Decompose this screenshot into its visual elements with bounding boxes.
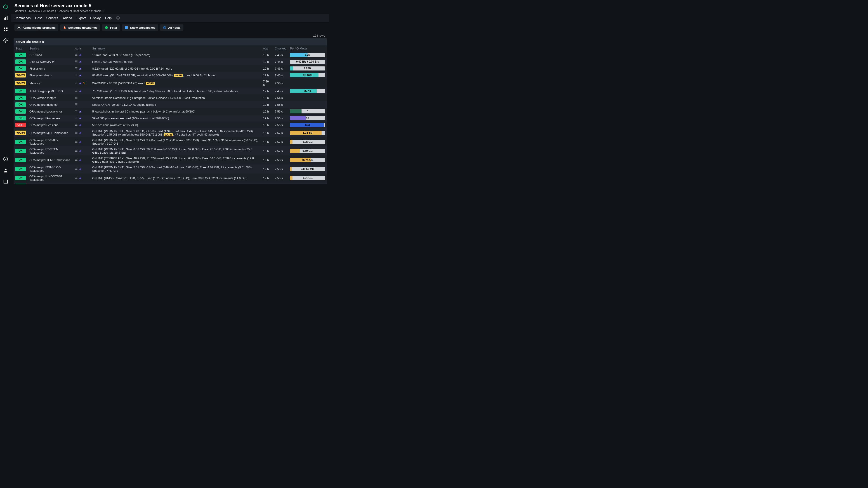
menu-host[interactable]: Host — [35, 16, 42, 20]
table-row[interactable]: OKORA metprd InstanceStatus OPEN, Versio… — [13, 101, 327, 108]
service-name[interactable]: ORA metprd.UNDOTBS1 Tablespace — [28, 173, 73, 183]
collapse-panel-icon[interactable] — [3, 179, 8, 184]
service-name[interactable]: ASM Diskgroup MET_DG — [28, 88, 73, 94]
table-row[interactable]: WARNMemoryWARNING - 85.7% (57536384 kB) … — [13, 78, 327, 88]
table-row[interactable]: WARNORA metprd.MET TablespaceONLINE (PER… — [13, 128, 327, 137]
menu-display[interactable]: Display — [90, 16, 101, 20]
table-row[interactable]: OKORA metprd.SYSAUX TablespaceONLINE (PE… — [13, 137, 327, 147]
service-name[interactable]: ORA metprd.SYSTEM Tablespace — [28, 147, 73, 156]
graph-icon[interactable] — [79, 184, 82, 185]
perf-o-meter[interactable]: 5 — [290, 109, 325, 113]
menu-export[interactable]: Export — [76, 16, 86, 20]
perf-o-meter[interactable]: 59 — [290, 116, 325, 120]
table-row[interactable]: OKORA metprd.SYSTEM TablespaceONLINE (PE… — [13, 147, 327, 156]
host-header[interactable]: server-aix-oracle-5 — [13, 38, 327, 45]
col-summary[interactable]: Summary — [90, 45, 261, 52]
menu-icon[interactable] — [74, 96, 78, 100]
graph-icon[interactable] — [79, 140, 82, 144]
graph-icon[interactable] — [79, 60, 82, 64]
graph-icon[interactable] — [79, 116, 82, 120]
perf-o-meter[interactable]: 0.00 B/s / 0.00 B/s — [290, 60, 325, 64]
perf-o-meter[interactable]: 8.62% — [290, 66, 325, 70]
menu-add-to[interactable]: Add to — [63, 16, 72, 20]
graph-icon[interactable] — [79, 53, 82, 57]
service-name[interactable]: ORA metprd Instance — [28, 101, 73, 108]
menu-help[interactable]: Help — [105, 16, 112, 20]
perf-o-meter[interactable]: 1.34 TB — [290, 131, 325, 135]
graph-icon[interactable] — [79, 131, 82, 135]
breadcrumb[interactable]: Monitor > Overview > All hosts > Service… — [14, 9, 326, 13]
graph-icon[interactable] — [79, 109, 82, 113]
service-name[interactable]: ORA metprd.SYSAUX Tablespace — [28, 137, 73, 147]
table-row[interactable]: OKORA metprd Processes59 of 586 processe… — [13, 115, 327, 122]
menu-icon[interactable] — [74, 116, 78, 120]
service-name[interactable]: ORA metprd Processes — [28, 115, 73, 122]
gear-icon[interactable] — [3, 38, 8, 43]
table-row[interactable]: OKORA Version metprdVersion: Oracle Data… — [13, 94, 327, 101]
menu-icon[interactable] — [74, 60, 78, 64]
menu-icon[interactable] — [74, 158, 78, 162]
perf-o-meter[interactable]: 6.22 — [290, 53, 325, 57]
service-name[interactable]: ORA metprd.TSMVLOG Tablespace — [28, 164, 73, 173]
perf-o-meter[interactable]: 81.46% — [290, 73, 325, 77]
table-row[interactable]: OKORA metprd.TSMVLOG TablespaceONLINE (P… — [13, 164, 327, 173]
menu-icon[interactable] — [74, 109, 78, 113]
table-row[interactable]: CRITORA metprd Sessions583 sessions (war… — [13, 122, 327, 128]
graph-icon[interactable] — [79, 67, 82, 70]
menu-icon[interactable] — [74, 73, 78, 77]
menu-icon[interactable] — [74, 53, 78, 57]
service-name[interactable]: ORA metprd.TEMP Tablespace — [28, 156, 73, 164]
menu-icon[interactable] — [74, 176, 78, 180]
col-state[interactable]: State — [13, 45, 28, 52]
service-name[interactable]: ORA metprd Logswitches — [28, 108, 73, 115]
menu-icon[interactable] — [74, 149, 78, 153]
table-row[interactable]: OKORA metprd.UNDOTBS1 TablespaceONLINE (… — [13, 173, 327, 183]
graph-icon[interactable] — [79, 73, 82, 77]
perf-o-meter[interactable]: 583 — [290, 123, 325, 127]
perf-o-meter[interactable]: 6.50 GB — [290, 149, 325, 153]
service-name[interactable]: Disk IO SUMMARY — [28, 58, 73, 65]
all-hosts-button[interactable]: All hosts — [160, 24, 183, 31]
service-name[interactable]: Filesystem /haclu — [28, 72, 73, 78]
graph-icon[interactable] — [79, 89, 82, 93]
acknowledge-button[interactable]: Acknowledge problems — [14, 24, 58, 31]
menu-icon[interactable] — [74, 131, 78, 135]
graph-icon[interactable] — [79, 123, 82, 127]
menu-icon[interactable] — [74, 167, 78, 171]
service-name[interactable]: Filesystem / — [28, 65, 73, 72]
table-row[interactable]: OKASM Diskgroup MET_DG75.70% used (1.51 … — [13, 88, 327, 94]
table-row[interactable]: WARNFilesystem /haclu81.46% used (53.15 … — [13, 72, 327, 78]
table-row[interactable]: OKDisk IO SUMMARYRead: 0.00 B/s, Write: … — [13, 58, 327, 65]
menu-commands[interactable]: Commands — [14, 16, 31, 20]
service-name[interactable]: TCP Connections — [28, 183, 73, 184]
menu-icon[interactable] — [74, 67, 78, 70]
col-perf[interactable]: Perf-O-Meter — [288, 45, 327, 52]
menu-icon[interactable] — [74, 81, 78, 85]
perf-o-meter[interactable]: 75.7% — [290, 89, 325, 93]
col-checked[interactable]: Checked — [273, 45, 288, 52]
graph-icon[interactable] — [79, 176, 82, 180]
perf-o-meter[interactable]: 1.21 GB — [290, 176, 325, 180]
table-row[interactable]: OKTCP ConnectionsEstablished: 71319 h7.6… — [13, 183, 327, 184]
menu-icon[interactable] — [74, 103, 78, 107]
perf-o-meter[interactable]: 1.25 GB — [290, 140, 325, 144]
logo-icon[interactable] — [3, 4, 8, 9]
table-row[interactable]: OKCPU load15 min load: 4.93 at 32 cores … — [13, 52, 327, 58]
checkboxes-button[interactable]: Show checkboxes — [122, 24, 158, 31]
col-age[interactable]: Age — [261, 45, 273, 52]
menu-icon[interactable] — [74, 123, 78, 127]
graph-icon[interactable] — [79, 149, 82, 153]
perf-o-meter[interactable]: 45.74 GB — [290, 158, 325, 162]
graph-icon[interactable] — [79, 81, 82, 85]
graph-icon[interactable] — [79, 167, 82, 171]
perf-o-meter[interactable]: 348.62 MB — [290, 167, 325, 171]
menu-icon[interactable] — [74, 184, 78, 185]
service-name[interactable]: Memory — [28, 78, 73, 88]
graph-icon[interactable] — [79, 158, 82, 162]
table-row[interactable]: OKORA metprd.TEMP TablespaceONLINE (TEMP… — [13, 156, 327, 164]
user-icon[interactable] — [3, 168, 8, 173]
menu-icon[interactable] — [74, 140, 78, 144]
service-name[interactable]: ORA Version metprd — [28, 94, 73, 101]
filter-button[interactable]: Filter — [102, 24, 120, 31]
service-name[interactable]: ORA metprd.MET Tablespace — [28, 128, 73, 137]
